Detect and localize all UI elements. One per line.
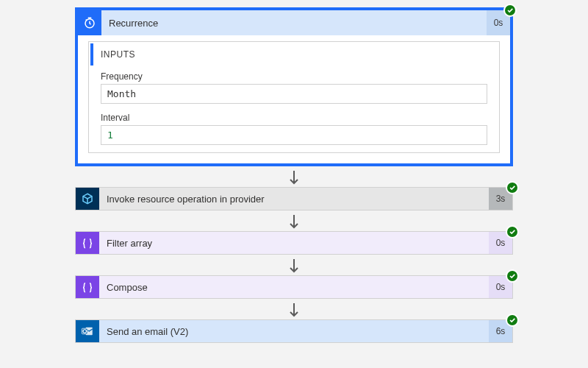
data-operations-icon [76,232,99,254]
success-badge-icon [506,225,519,238]
workflow-canvas: Recurrence 0s INPUTS Frequency Month Int… [0,0,588,368]
step-recurrence: Recurrence 0s INPUTS Frequency Month Int… [75,7,513,166]
frequency-field: Frequency Month [89,70,499,111]
frequency-value: Month [101,84,487,104]
inputs-panel: INPUTS Frequency Month Interval 1 [88,41,500,153]
step-invoke-title: Invoke resource operation in provider [99,188,489,210]
success-badge-icon [503,4,517,17]
interval-label: Interval [101,113,487,123]
step-invoke: Invoke resource operation in provider 3s [75,187,513,210]
step-filter: Filter array 0s [75,231,513,255]
success-badge-icon [506,314,519,327]
flow-arrow-icon [75,255,513,275]
interval-field: Interval 1 [89,111,499,152]
frequency-label: Frequency [101,71,487,82]
interval-value: 1 [101,125,487,145]
step-compose: Compose 0s [75,275,513,299]
schedule-icon [78,10,101,35]
step-email-header[interactable]: Send an email (V2) 6s [75,319,513,343]
step-compose-header[interactable]: Compose 0s [75,275,513,299]
inputs-tab[interactable]: INPUTS [90,43,143,66]
step-recurrence-header[interactable]: Recurrence 0s [78,10,510,35]
flow-arrow-icon [75,210,513,231]
success-badge-icon [506,269,519,283]
outlook-icon [76,320,99,342]
flow-arrow-icon [75,166,513,187]
step-recurrence-title: Recurrence [101,10,487,35]
step-invoke-header[interactable]: Invoke resource operation in provider 3s [75,187,513,210]
step-filter-title: Filter array [99,232,489,254]
data-operations-icon [76,276,99,298]
cube-icon [76,188,99,210]
step-email: Send an email (V2) 6s [75,319,513,343]
success-badge-icon [506,181,519,194]
step-email-title: Send an email (V2) [99,320,489,342]
flow-arrow-icon [75,299,513,319]
step-filter-header[interactable]: Filter array 0s [75,231,513,255]
step-compose-title: Compose [99,276,489,298]
